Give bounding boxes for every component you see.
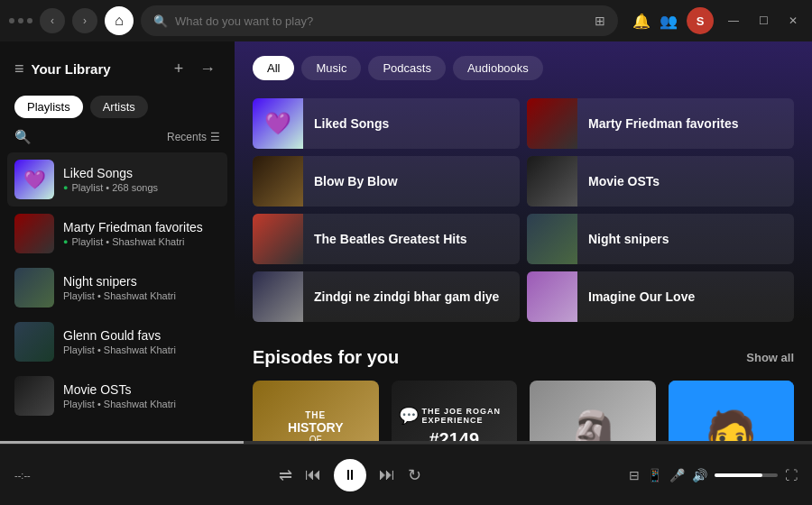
volume-slider[interactable]	[715, 473, 778, 477]
lyrics-icon[interactable]: 🎤	[669, 468, 685, 482]
maximize-button[interactable]: ☐	[753, 13, 774, 29]
playlist-grid: 💜 Liked Songs Marty Friedman favorites B…	[253, 98, 794, 322]
playbar-right: ⊟ 📱 🎤 🔊 ⛶	[505, 468, 798, 482]
grid-item-liked[interactable]: 💜 Liked Songs	[253, 98, 520, 149]
grid-item-label: Movie OSTs	[577, 174, 794, 188]
next-button[interactable]: ⏭	[379, 465, 395, 484]
add-playlist-button[interactable]: +	[166, 56, 191, 81]
notification-icon[interactable]: 🔔	[632, 13, 651, 30]
movie-grid-thumb	[527, 156, 577, 207]
titlebar: ‹ › ⌂ 🔍 ⊞ 🔔 👥 S — ☐ ✕	[0, 0, 812, 41]
grid-item-label: Marty Friedman favorites	[577, 116, 794, 131]
sidebar: ≡ Your Library + → Playlists Artists 🔍 R…	[0, 41, 235, 441]
list-info: Night snipers Playlist • Shashwat Khatri	[63, 274, 220, 301]
main-area: ≡ Your Library + → Playlists Artists 🔍 R…	[0, 41, 812, 441]
sidebar-actions: + →	[166, 56, 220, 81]
close-button[interactable]: ✕	[783, 13, 803, 29]
list-meta: Playlist • Shashwat Khatri	[63, 344, 220, 355]
list-info: Marty Friedman favorites ● Playlist • Sh…	[63, 220, 220, 247]
grid-item-label: Blow By Blow	[303, 174, 520, 188]
forward-button[interactable]: ›	[72, 8, 97, 33]
blow-grid-thumb	[253, 156, 303, 207]
episode-art-man: 🧔	[669, 381, 795, 441]
sidebar-header: ≡ Your Library + →	[0, 41, 235, 88]
list-meta: Playlist • Shashwat Khatri	[63, 290, 220, 301]
liked-songs-thumb: 💜	[14, 160, 54, 199]
expand-button[interactable]: →	[195, 56, 220, 81]
recents-label: Recents	[167, 131, 207, 143]
volume-icon[interactable]: 🔊	[692, 468, 707, 482]
list-item[interactable]: Night snipers Playlist • Shashwat Khatri	[7, 261, 227, 315]
repeat-button[interactable]: ↻	[408, 465, 421, 485]
liked-songs-grid-thumb: 💜	[253, 98, 303, 149]
list-item[interactable]: Movie OSTs Playlist • Shashwat Khatri	[7, 369, 227, 423]
episodes-title: Episodes for you	[253, 347, 399, 368]
playbar: --:-- ⇌ ⏮ ⏸ ⏭ ↻ ⊟ 📱 🎤 🔊 ⛶	[0, 444, 812, 505]
queue-icon[interactable]: ⊟	[629, 468, 640, 482]
search-sort-row: 🔍 Recents ☰	[0, 125, 235, 152]
titlebar-right: 🔔 👥 S — ☐ ✕	[632, 7, 803, 34]
list-name: Glenn Gould favs	[63, 328, 220, 343]
play-pause-button[interactable]: ⏸	[334, 459, 366, 491]
grid-item-marty[interactable]: Marty Friedman favorites	[527, 98, 794, 149]
browse-icon: ⊞	[595, 14, 605, 28]
recents-button[interactable]: Recents ☰	[167, 131, 220, 143]
grid-item-imagine[interactable]: Imagine Our Love	[527, 271, 794, 322]
list-item[interactable]: Glenn Gould favs Playlist • Shashwat Kha…	[7, 315, 227, 369]
grid-item-movie[interactable]: Movie OSTs	[527, 156, 794, 207]
home-button[interactable]: ⌂	[105, 6, 134, 35]
content-filter-row: All Music Podcasts Audiobooks	[253, 56, 794, 80]
sidebar-search-button[interactable]: 🔍	[14, 129, 32, 145]
green-dot-icon: ●	[63, 237, 68, 246]
list-info: Liked Songs ● Playlist • 268 songs	[63, 166, 220, 193]
grid-item-zindgi[interactable]: Zindgi ne zindgi bhar gam diye	[253, 271, 520, 322]
devices-icon[interactable]: 📱	[647, 468, 662, 482]
episode-card-rome[interactable]: THE HISTORY OF ROME	[253, 381, 379, 441]
friends-icon[interactable]: 👥	[660, 13, 678, 30]
marty-grid-thumb	[527, 98, 577, 149]
show-all-button[interactable]: Show all	[746, 351, 794, 364]
grid-item-blow[interactable]: Blow By Blow	[253, 156, 520, 207]
sidebar-title: Your Library	[32, 61, 159, 77]
filter-playlists-button[interactable]: Playlists	[14, 96, 83, 118]
grid-item-label: Night snipers	[577, 232, 794, 246]
grid-item-night[interactable]: Night snipers	[527, 214, 794, 264]
beatles-grid-thumb	[253, 214, 303, 264]
zindgi-grid-thumb	[253, 271, 303, 322]
search-input[interactable]	[175, 14, 587, 28]
filter-audiobooks-button[interactable]: Audiobooks	[453, 56, 543, 80]
gould-thumb	[14, 322, 54, 362]
back-button[interactable]: ‹	[40, 8, 65, 33]
avatar[interactable]: S	[687, 7, 714, 34]
volume-fill	[715, 473, 762, 477]
list-info: Glenn Gould favs Playlist • Shashwat Kha…	[63, 328, 220, 355]
shuffle-button[interactable]: ⇌	[279, 465, 292, 485]
filter-podcasts-button[interactable]: Podcasts	[368, 56, 445, 80]
minimize-button[interactable]: —	[723, 13, 744, 29]
episode-art-rome: THE HISTORY OF ROME	[253, 381, 379, 441]
progress-track[interactable]	[0, 441, 812, 444]
episode-card-man[interactable]: 🧔	[669, 381, 795, 441]
filter-music-button[interactable]: Music	[301, 56, 361, 80]
green-dot-icon: ●	[63, 183, 68, 192]
grid-item-beatles[interactable]: The Beatles Greatest Hits	[253, 214, 520, 264]
time-current: --:--	[14, 470, 31, 481]
list-item[interactable]: Marty Friedman favorites ● Playlist • Sh…	[7, 207, 227, 261]
marty-thumb	[14, 214, 54, 253]
list-name: Movie OSTs	[63, 382, 220, 397]
episodes-section-header: Episodes for you Show all	[253, 347, 794, 368]
filter-artists-button[interactable]: Artists	[90, 96, 148, 118]
filter-all-button[interactable]: All	[253, 56, 294, 80]
fullscreen-icon[interactable]: ⛶	[785, 468, 798, 482]
playbar-left: --:--	[14, 470, 195, 481]
library-icon: ≡	[14, 60, 24, 78]
content-area: All Music Podcasts Audiobooks 💜 Liked So…	[235, 41, 812, 441]
episode-card-bust[interactable]: 🗿	[530, 381, 656, 441]
previous-button[interactable]: ⏮	[305, 465, 321, 484]
grid-item-label: Liked Songs	[303, 116, 520, 131]
grid-item-label: Zindgi ne zindgi bhar gam diye	[303, 289, 520, 304]
playbar-controls: ⇌ ⏮ ⏸ ⏭ ↻	[204, 459, 496, 491]
list-item[interactable]: 💜 Liked Songs ● Playlist • 268 songs	[7, 152, 227, 207]
episode-card-jre[interactable]: 💬 THE JOE ROGAN EXPERIENCE #2149 SEBAST.…	[392, 381, 518, 441]
episode-art-bust: 🗿	[530, 381, 656, 441]
